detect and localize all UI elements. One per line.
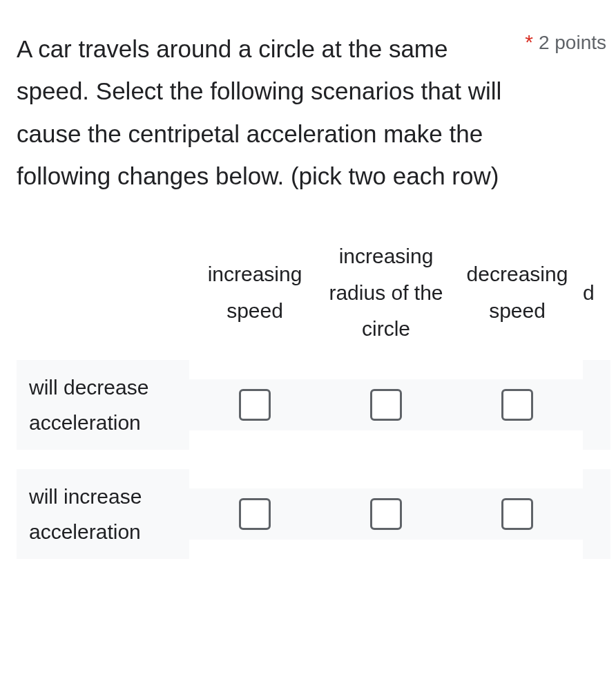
grid-cell: [320, 379, 452, 430]
question-text: A car travels around a circle at the sam…: [17, 28, 511, 197]
column-header: increasing radius of the circle: [320, 238, 452, 360]
checkbox[interactable]: [501, 389, 533, 421]
grid-cell-pad: [583, 360, 610, 450]
question-header: A car travels around a circle at the sam…: [17, 28, 599, 197]
column-header: increasing speed: [189, 256, 320, 341]
checkbox[interactable]: [239, 389, 271, 421]
row-header: will increase acceleration: [17, 469, 189, 559]
form-question-card: A car travels around a circle at the sam…: [0, 0, 616, 576]
grid-cell: [452, 488, 583, 540]
row-spacer: [17, 450, 189, 469]
column-header: decreasing speed: [452, 256, 583, 341]
grid-cell: [189, 488, 320, 540]
row-header: will decrease acceleration: [17, 360, 189, 450]
grid-cell: [452, 379, 583, 430]
points-wrap: * 2 points: [525, 28, 606, 53]
row-spacer: [189, 450, 320, 469]
column-header-partial: d: [583, 275, 610, 324]
checkbox[interactable]: [370, 498, 402, 530]
required-asterisk: *: [525, 32, 533, 53]
grid-cell: [189, 379, 320, 430]
row-spacer: [583, 450, 610, 469]
checkbox-grid: increasing speed increasing radius of th…: [17, 238, 599, 559]
row-spacer: [320, 450, 452, 469]
checkbox[interactable]: [501, 498, 533, 530]
grid-cell-pad: [583, 469, 610, 559]
checkbox[interactable]: [239, 498, 271, 530]
points-label: 2 points: [539, 33, 606, 53]
checkbox[interactable]: [370, 389, 402, 421]
row-spacer: [452, 450, 583, 469]
grid-cell: [320, 488, 452, 540]
